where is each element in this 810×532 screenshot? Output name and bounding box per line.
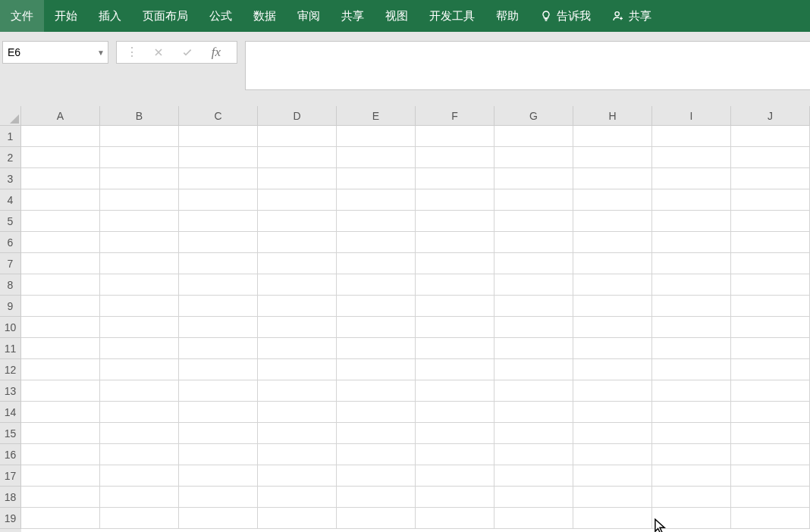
- row-header[interactable]: 14: [0, 402, 21, 423]
- cell[interactable]: [573, 338, 652, 359]
- cell[interactable]: [179, 274, 258, 296]
- menu-insert[interactable]: 插入: [88, 0, 132, 32]
- menu-share[interactable]: 共享: [331, 0, 375, 32]
- column-header[interactable]: F: [416, 106, 494, 126]
- cell[interactable]: [652, 423, 731, 444]
- cell[interactable]: [100, 253, 179, 274]
- cell[interactable]: [652, 189, 731, 211]
- menu-view[interactable]: 视图: [375, 0, 419, 32]
- cell[interactable]: [21, 465, 100, 487]
- cell[interactable]: [416, 444, 494, 465]
- cell[interactable]: [731, 338, 810, 359]
- cell[interactable]: [179, 253, 258, 274]
- cell[interactable]: [21, 189, 100, 211]
- cell[interactable]: [21, 402, 100, 423]
- column-header[interactable]: B: [100, 106, 179, 126]
- cell[interactable]: [21, 359, 100, 380]
- column-header[interactable]: J: [731, 106, 810, 126]
- row-header[interactable]: 7: [0, 253, 21, 274]
- cell[interactable]: [258, 402, 337, 423]
- menu-data[interactable]: 数据: [243, 0, 287, 32]
- cell[interactable]: [100, 232, 179, 253]
- column-header[interactable]: D: [258, 106, 337, 126]
- cell[interactable]: [100, 338, 179, 359]
- column-header[interactable]: G: [494, 106, 573, 126]
- cell[interactable]: [731, 402, 810, 423]
- cell[interactable]: [337, 380, 416, 402]
- cell[interactable]: [179, 317, 258, 338]
- column-header[interactable]: I: [652, 106, 731, 126]
- menu-share-action[interactable]: 共享: [601, 0, 662, 32]
- cell[interactable]: [179, 444, 258, 465]
- cell[interactable]: [258, 232, 337, 253]
- row-header[interactable]: 12: [0, 359, 21, 380]
- cell[interactable]: [416, 189, 494, 211]
- cell[interactable]: [337, 232, 416, 253]
- cell[interactable]: [652, 168, 731, 189]
- row-header[interactable]: 9: [0, 296, 21, 317]
- cell[interactable]: [416, 147, 494, 168]
- cell[interactable]: [652, 380, 731, 402]
- cell[interactable]: [416, 402, 494, 423]
- cell[interactable]: [100, 465, 179, 487]
- cell[interactable]: [416, 338, 494, 359]
- cell[interactable]: [652, 232, 731, 253]
- cell[interactable]: [416, 126, 494, 147]
- cell[interactable]: [494, 147, 573, 168]
- cell[interactable]: [258, 338, 337, 359]
- menu-formulas[interactable]: 公式: [199, 0, 243, 32]
- cell[interactable]: [573, 232, 652, 253]
- cell[interactable]: [573, 189, 652, 211]
- cell[interactable]: [258, 380, 337, 402]
- cell[interactable]: [573, 444, 652, 465]
- cell[interactable]: [21, 380, 100, 402]
- cell[interactable]: [652, 487, 731, 508]
- cell[interactable]: [258, 444, 337, 465]
- cell[interactable]: [731, 508, 810, 529]
- cell[interactable]: [731, 147, 810, 168]
- cell[interactable]: [573, 402, 652, 423]
- cell[interactable]: [731, 126, 810, 147]
- cell[interactable]: [179, 147, 258, 168]
- cell[interactable]: [652, 126, 731, 147]
- cell[interactable]: [731, 444, 810, 465]
- cell[interactable]: [100, 317, 179, 338]
- cell[interactable]: [573, 253, 652, 274]
- cell[interactable]: [337, 508, 416, 529]
- cell[interactable]: [21, 253, 100, 274]
- cell[interactable]: [494, 126, 573, 147]
- cell[interactable]: [258, 211, 337, 232]
- cell[interactable]: [416, 317, 494, 338]
- cell[interactable]: [21, 444, 100, 465]
- cell[interactable]: [573, 296, 652, 317]
- cell[interactable]: [258, 126, 337, 147]
- row-header[interactable]: 5: [0, 211, 21, 232]
- cell[interactable]: [179, 211, 258, 232]
- cell[interactable]: [100, 487, 179, 508]
- cell[interactable]: [179, 508, 258, 529]
- column-header[interactable]: H: [573, 106, 652, 126]
- cell[interactable]: [100, 359, 179, 380]
- cell[interactable]: [337, 402, 416, 423]
- cell[interactable]: [416, 274, 494, 296]
- cell[interactable]: [179, 402, 258, 423]
- cell[interactable]: [731, 232, 810, 253]
- cell[interactable]: [258, 423, 337, 444]
- cell[interactable]: [337, 126, 416, 147]
- cell[interactable]: [337, 274, 416, 296]
- cell[interactable]: [652, 359, 731, 380]
- name-box[interactable]: ▼: [2, 41, 108, 64]
- cell[interactable]: [337, 487, 416, 508]
- column-header[interactable]: E: [337, 106, 416, 126]
- menu-page-layout[interactable]: 页面布局: [132, 0, 199, 32]
- cell[interactable]: [100, 147, 179, 168]
- cell[interactable]: [494, 338, 573, 359]
- cell[interactable]: [258, 317, 337, 338]
- cell[interactable]: [731, 274, 810, 296]
- cell[interactable]: [337, 317, 416, 338]
- cell[interactable]: [179, 465, 258, 487]
- cell[interactable]: [21, 147, 100, 168]
- cell[interactable]: [494, 317, 573, 338]
- cell[interactable]: [258, 147, 337, 168]
- cell[interactable]: [258, 296, 337, 317]
